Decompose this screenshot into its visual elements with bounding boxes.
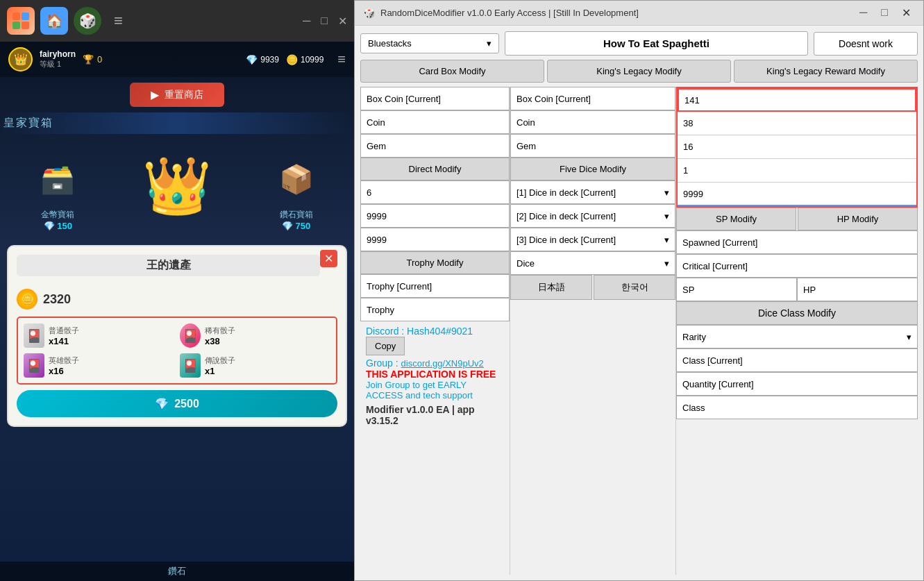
five-dice-modify-btn[interactable]: Five Dice Modify [510,158,675,180]
coin-icon: 🪙 [286,54,298,65]
lang-ko-btn[interactable]: 한국어 [594,275,675,300]
rarity-label: Rarity [682,332,706,342]
right-spawned-field[interactable] [676,230,918,254]
bottom-label: 鑽石 [0,562,354,581]
kings-modal: 王的遺產 ✕ 🪙 2320 🎴 普通骰子 x141 🎴 稀 [7,245,347,427]
hp-modify-btn[interactable]: HP Modify [798,208,918,230]
mid-dropdown3[interactable]: [3] Dice in deck [Current] ▾ [510,228,675,251]
bs-minimize-btn[interactable]: ─ [303,15,310,28]
how-to-button[interactable]: How To Eat Spaghetti [505,31,808,56]
window-controls: ─ □ ✕ [855,5,915,21]
emulator-dropdown[interactable]: Bluestacks ▾ [360,33,499,53]
mid-field1[interactable] [510,87,675,110]
username: fairyhorn [40,49,76,59]
discord-label: Discord : Hash404#9021 [366,326,473,337]
doesnt-work-button[interactable]: Doesnt work [814,32,918,56]
quantity-current-field[interactable] [676,372,918,396]
dice-label-hero: 英雄骰子 x16 [49,355,79,376]
minimize-btn[interactable]: ─ [855,5,871,21]
app-icon[interactable]: 🎲 [74,7,101,35]
left-field1[interactable] [360,87,510,110]
gem-icon: 💎 [246,54,258,65]
left-field4[interactable] [360,180,510,204]
small-chest-right: 📦 鑽石寶箱 💎 750 [265,151,328,231]
small-chest-left-img: 🗃️ [26,151,89,207]
right-field5[interactable] [678,183,916,206]
kings-modal-close[interactable]: ✕ [320,250,337,267]
tab-kings-reward[interactable]: King's Legacy Reward Modify [734,60,918,83]
hp-field[interactable] [797,278,918,301]
mid-dropdown2[interactable]: [2] Dice in deck [Current] ▾ [510,204,675,228]
main-chest[interactable]: 👑 [128,141,226,231]
right-field2[interactable] [678,112,916,135]
left-field6[interactable] [360,228,510,251]
version-text: Modifier v1.0.0 EA | app v3.15.2 [366,404,504,426]
kings-modal-title: 王的遺產 [17,255,320,276]
game-menu-btn[interactable]: ≡ [337,51,346,67]
left-field3-gem[interactable] [360,134,510,158]
left-field7-trophy-current[interactable] [360,274,510,298]
modifier-icon: 🎲 [363,8,375,19]
class-current-field[interactable] [676,348,918,372]
svg-rect-2 [12,22,20,29]
free-text: THIS APPLICATION IS FREE [366,369,504,380]
bs-menu-icon[interactable]: ≡ [114,12,123,30]
bs-maximize-btn[interactable]: □ [321,15,328,28]
right-field1[interactable] [678,88,916,112]
bs-close-btn[interactable]: ✕ [338,15,347,28]
mid-dropdown1[interactable]: [1] Dice in deck [Current] ▾ [510,180,675,204]
trophy-section: 🏆 0 [83,54,102,65]
discord-text: Discord : Hash404#9021 Copy [366,326,504,355]
gem-resource: 💎 9939 [246,54,279,65]
emulator-arrow-icon: ▾ [487,38,492,49]
mid-column: Five Dice Modify [1] Dice in deck [Curre… [510,87,676,575]
right-critical-field[interactable] [676,254,918,278]
right-field3[interactable] [678,135,916,159]
resource-bar: 💎 9939 🪙 10999 ≡ [246,51,346,67]
modifier-content: Bluestacks ▾ How To Eat Spaghetti Doesnt… [355,26,923,580]
gem-buy-button[interactable]: 💎 2500 [17,390,337,417]
right-field4[interactable] [678,159,916,183]
tab-row: Card Box Modify King's Legacy Modify Kin… [360,60,918,83]
class-field[interactable] [676,396,918,419]
coins-display: 🪙 2320 [17,289,337,310]
lang-ja-btn[interactable]: 日本語 [510,275,592,300]
dice-card-hero: 🎴 [24,353,44,378]
dice-count-hero: x16 [49,366,79,376]
maximize-btn[interactable]: □ [877,5,892,21]
gem-btn-icon: 💎 [155,397,169,410]
copy-button[interactable]: Copy [366,337,405,355]
close-btn[interactable]: ✕ [898,5,915,21]
direct-modify-btn[interactable]: Direct Modify [360,158,510,180]
dice-item-legend: 🎴 傳說骰子 x1 [180,353,330,378]
chests-row: 🗃️ 金幣寶箱 💎 150 👑 📦 鑽石寶箱 💎 750 [0,134,354,238]
left-field5[interactable] [360,204,510,228]
dice-card-normal: 🎴 [24,323,44,348]
tab-card-box[interactable]: Card Box Modify [360,60,544,83]
sp-field[interactable] [676,278,797,301]
group-link[interactable]: discord.gg/XN9pUv2 [401,358,484,369]
mid-field3-gem[interactable] [510,134,675,158]
shop-label: 重置商店 [165,89,203,101]
coin-circle-icon: 🪙 [17,289,37,310]
tab-kings-legacy[interactable]: King's Legacy Modify [547,60,731,83]
dice-class-modify-btn[interactable]: Dice Class Modify [676,301,918,325]
language-row: 日本語 한국어 [510,275,675,300]
left-field8-trophy[interactable] [360,298,510,321]
svg-rect-0 [12,12,20,20]
dice-name-normal: 普通骰子 [49,326,79,336]
trophy-modify-btn[interactable]: Trophy Modify [360,251,510,274]
rarity-arrow-icon: ▾ [907,332,912,342]
trophy-count: 0 [97,54,102,65]
rarity-dropdown[interactable]: Rarity ▾ [676,325,918,348]
info-section: Discord : Hash404#9021 Copy Group : disc… [360,321,510,432]
gem-amount: 9939 [260,55,279,65]
modifier-title: RandomDiceModifier v1.0.0 Early Access |… [380,8,850,18]
shop-button[interactable]: ▶ 重置商店 [130,83,224,107]
home-icon[interactable]: 🏠 [40,7,68,35]
mid-field2-coin[interactable] [510,110,675,134]
mid-dice-dropdown[interactable]: Dice ▾ [510,251,675,275]
sp-modify-btn[interactable]: SP Modify [676,208,796,230]
left-field2-coin[interactable] [360,110,510,134]
dice-label-legend: 傳說骰子 x1 [205,355,235,376]
